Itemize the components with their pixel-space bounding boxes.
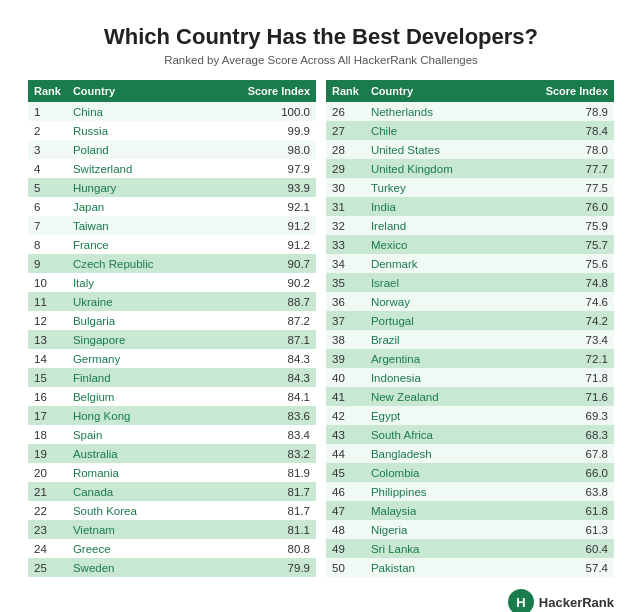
rank-cell: 3 [28,140,67,159]
country-cell: Ireland [365,216,504,235]
tables-wrapper: Rank Country Score Index 1 China 100.0 2… [28,80,614,577]
rank-cell: 12 [28,311,67,330]
score-cell: 91.2 [205,235,316,254]
table-row: 11 Ukraine 88.7 [28,292,316,311]
table-row: 9 Czech Republic 90.7 [28,254,316,273]
rank-cell: 9 [28,254,67,273]
table-row: 46 Philippines 63.8 [326,482,614,501]
table-row: 28 United States 78.0 [326,140,614,159]
table-row: 6 Japan 92.1 [28,197,316,216]
table-row: 38 Brazil 73.4 [326,330,614,349]
country-cell: Brazil [365,330,504,349]
country-cell: Hungary [67,178,205,197]
rank-cell: 27 [326,121,365,140]
country-cell: Poland [67,140,205,159]
score-cell: 63.8 [504,482,614,501]
rank-cell: 32 [326,216,365,235]
table-row: 33 Mexico 75.7 [326,235,614,254]
score-cell: 74.2 [504,311,614,330]
score-cell: 74.6 [504,292,614,311]
right-rank-header: Rank [326,80,365,102]
country-cell: Switzerland [67,159,205,178]
page-subtitle: Ranked by Average Score Across All Hacke… [28,54,614,66]
table-row: 2 Russia 99.9 [28,121,316,140]
table-row: 29 United Kingdom 77.7 [326,159,614,178]
table-row: 36 Norway 74.6 [326,292,614,311]
table-row: 49 Sri Lanka 60.4 [326,539,614,558]
table-row: 20 Romania 81.9 [28,463,316,482]
rank-cell: 13 [28,330,67,349]
country-cell: Malaysia [365,501,504,520]
rank-cell: 2 [28,121,67,140]
rank-cell: 34 [326,254,365,273]
table-row: 3 Poland 98.0 [28,140,316,159]
table-row: 5 Hungary 93.9 [28,178,316,197]
country-cell: India [365,197,504,216]
rank-cell: 46 [326,482,365,501]
score-cell: 77.5 [504,178,614,197]
country-cell: Denmark [365,254,504,273]
table-row: 16 Belgium 84.1 [28,387,316,406]
table-row: 43 South Africa 68.3 [326,425,614,444]
score-cell: 61.3 [504,520,614,539]
table-row: 32 Ireland 75.9 [326,216,614,235]
table-row: 14 Germany 84.3 [28,349,316,368]
rank-cell: 8 [28,235,67,254]
rank-cell: 29 [326,159,365,178]
rank-cell: 40 [326,368,365,387]
rank-cell: 16 [28,387,67,406]
table-row: 24 Greece 80.8 [28,539,316,558]
table-row: 34 Denmark 75.6 [326,254,614,273]
rank-cell: 15 [28,368,67,387]
rank-cell: 7 [28,216,67,235]
country-cell: Portugal [365,311,504,330]
rank-cell: 17 [28,406,67,425]
score-cell: 87.2 [205,311,316,330]
table-row: 47 Malaysia 61.8 [326,501,614,520]
score-cell: 81.1 [205,520,316,539]
rank-cell: 38 [326,330,365,349]
score-cell: 83.4 [205,425,316,444]
country-cell: South Africa [365,425,504,444]
score-cell: 84.3 [205,349,316,368]
rank-cell: 30 [326,178,365,197]
country-cell: United States [365,140,504,159]
country-cell: South Korea [67,501,205,520]
country-cell: Finland [67,368,205,387]
table-row: 26 Netherlands 78.9 [326,102,614,121]
score-cell: 81.7 [205,482,316,501]
table-row: 10 Italy 90.2 [28,273,316,292]
rank-cell: 19 [28,444,67,463]
rank-cell: 49 [326,539,365,558]
table-row: 23 Vietnam 81.1 [28,520,316,539]
rank-cell: 31 [326,197,365,216]
country-cell: Australia [67,444,205,463]
score-cell: 90.7 [205,254,316,273]
score-cell: 100.0 [205,102,316,121]
footer: H HackerRank [28,589,614,612]
score-cell: 99.9 [205,121,316,140]
score-cell: 60.4 [504,539,614,558]
rank-cell: 20 [28,463,67,482]
table-row: 15 Finland 84.3 [28,368,316,387]
score-cell: 84.3 [205,368,316,387]
score-cell: 77.7 [504,159,614,178]
country-cell: France [67,235,205,254]
country-cell: Czech Republic [67,254,205,273]
rank-cell: 41 [326,387,365,406]
country-cell: Ukraine [67,292,205,311]
country-cell: Japan [67,197,205,216]
country-cell: Italy [67,273,205,292]
right-score-header: Score Index [504,80,614,102]
score-cell: 73.4 [504,330,614,349]
left-country-header: Country [67,80,205,102]
score-cell: 98.0 [205,140,316,159]
rank-cell: 42 [326,406,365,425]
rank-cell: 28 [326,140,365,159]
rank-cell: 11 [28,292,67,311]
rank-cell: 25 [28,558,67,577]
score-cell: 67.8 [504,444,614,463]
score-cell: 76.0 [504,197,614,216]
rank-cell: 43 [326,425,365,444]
score-cell: 81.9 [205,463,316,482]
